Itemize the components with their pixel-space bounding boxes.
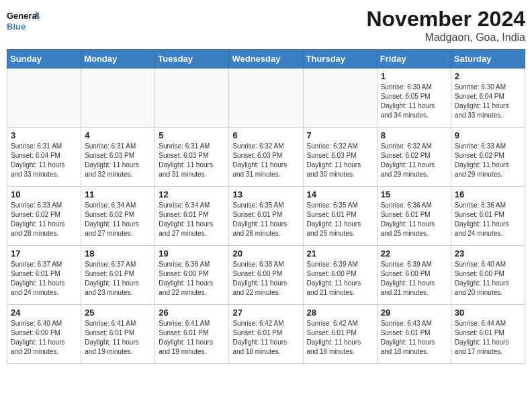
day-info: Sunrise: 6:41 AM Sunset: 6:01 PM Dayligh… xyxy=(85,319,151,357)
day-number: 25 xyxy=(85,308,151,318)
day-number: 29 xyxy=(381,308,447,318)
day-number: 20 xyxy=(232,248,299,259)
day-number: 3 xyxy=(11,130,77,140)
day-number: 14 xyxy=(307,189,373,199)
weekday-header: Monday xyxy=(81,50,155,68)
day-info: Sunrise: 6:37 AM Sunset: 6:01 PM Dayligh… xyxy=(11,260,77,298)
day-info: Sunrise: 6:39 AM Sunset: 6:00 PM Dayligh… xyxy=(307,260,373,298)
calendar-day: 15Sunrise: 6:36 AM Sunset: 6:01 PM Dayli… xyxy=(377,187,451,246)
day-info: Sunrise: 6:34 AM Sunset: 6:01 PM Dayligh… xyxy=(159,201,225,238)
day-number: 27 xyxy=(232,308,299,318)
calendar-day: 22Sunrise: 6:39 AM Sunset: 6:00 PM Dayli… xyxy=(377,246,451,305)
day-number: 1 xyxy=(381,71,447,81)
calendar-table: SundayMondayTuesdayWednesdayThursdayFrid… xyxy=(7,49,525,364)
day-number: 24 xyxy=(11,308,77,318)
logo: General Blue xyxy=(7,7,40,36)
calendar-day: 23Sunrise: 6:40 AM Sunset: 6:00 PM Dayli… xyxy=(451,246,525,305)
day-number: 9 xyxy=(455,130,521,140)
calendar-day: 29Sunrise: 6:43 AM Sunset: 6:01 PM Dayli… xyxy=(377,305,451,364)
day-info: Sunrise: 6:41 AM Sunset: 6:01 PM Dayligh… xyxy=(159,319,225,357)
calendar-day xyxy=(155,68,229,128)
day-info: Sunrise: 6:30 AM Sunset: 6:04 PM Dayligh… xyxy=(455,83,521,120)
calendar-day: 10Sunrise: 6:33 AM Sunset: 6:02 PM Dayli… xyxy=(7,187,81,246)
day-info: Sunrise: 6:39 AM Sunset: 6:00 PM Dayligh… xyxy=(381,260,447,298)
weekday-header: Sunday xyxy=(7,50,81,68)
day-info: Sunrise: 6:31 AM Sunset: 6:03 PM Dayligh… xyxy=(159,142,225,179)
calendar-day: 17Sunrise: 6:37 AM Sunset: 6:01 PM Dayli… xyxy=(7,246,81,305)
weekday-header-row: SundayMondayTuesdayWednesdayThursdayFrid… xyxy=(7,50,525,68)
day-info: Sunrise: 6:32 AM Sunset: 6:03 PM Dayligh… xyxy=(232,142,299,179)
calendar-day: 24Sunrise: 6:40 AM Sunset: 6:00 PM Dayli… xyxy=(7,305,81,364)
calendar-day: 26Sunrise: 6:41 AM Sunset: 6:01 PM Dayli… xyxy=(155,305,229,364)
weekday-header: Thursday xyxy=(303,50,377,68)
day-number: 12 xyxy=(159,189,225,199)
day-number: 17 xyxy=(11,248,77,259)
calendar-day: 11Sunrise: 6:34 AM Sunset: 6:02 PM Dayli… xyxy=(81,187,155,246)
day-number: 11 xyxy=(85,189,151,199)
day-info: Sunrise: 6:35 AM Sunset: 6:01 PM Dayligh… xyxy=(232,201,299,238)
day-info: Sunrise: 6:40 AM Sunset: 6:00 PM Dayligh… xyxy=(455,260,521,298)
day-number: 15 xyxy=(381,189,447,199)
calendar-week-row: 10Sunrise: 6:33 AM Sunset: 6:02 PM Dayli… xyxy=(7,187,525,246)
calendar-day: 28Sunrise: 6:42 AM Sunset: 6:01 PM Dayli… xyxy=(303,305,377,364)
day-info: Sunrise: 6:38 AM Sunset: 6:00 PM Dayligh… xyxy=(159,260,225,298)
day-number: 26 xyxy=(159,308,225,318)
calendar-day xyxy=(7,68,81,128)
calendar-day: 1Sunrise: 6:30 AM Sunset: 6:05 PM Daylig… xyxy=(377,68,451,128)
day-number: 4 xyxy=(85,130,151,140)
day-info: Sunrise: 6:36 AM Sunset: 6:01 PM Dayligh… xyxy=(455,201,521,238)
day-info: Sunrise: 6:37 AM Sunset: 6:01 PM Dayligh… xyxy=(85,260,151,298)
day-info: Sunrise: 6:31 AM Sunset: 6:04 PM Dayligh… xyxy=(11,142,77,179)
day-info: Sunrise: 6:32 AM Sunset: 6:03 PM Dayligh… xyxy=(307,142,373,179)
svg-text:General: General xyxy=(7,11,39,21)
calendar-week-row: 1Sunrise: 6:30 AM Sunset: 6:05 PM Daylig… xyxy=(7,68,525,128)
calendar-week-row: 24Sunrise: 6:40 AM Sunset: 6:00 PM Dayli… xyxy=(7,305,525,364)
day-number: 21 xyxy=(307,248,373,259)
calendar-day: 14Sunrise: 6:35 AM Sunset: 6:01 PM Dayli… xyxy=(303,187,377,246)
calendar-day: 4Sunrise: 6:31 AM Sunset: 6:03 PM Daylig… xyxy=(81,128,155,187)
day-number: 18 xyxy=(85,248,151,259)
day-number: 5 xyxy=(159,130,225,140)
calendar-day: 6Sunrise: 6:32 AM Sunset: 6:03 PM Daylig… xyxy=(229,128,303,187)
calendar-day: 3Sunrise: 6:31 AM Sunset: 6:04 PM Daylig… xyxy=(7,128,81,187)
day-info: Sunrise: 6:31 AM Sunset: 6:03 PM Dayligh… xyxy=(85,142,151,179)
title-block: November 2024 Madgaon, Goa, India xyxy=(366,7,525,44)
day-info: Sunrise: 6:36 AM Sunset: 6:01 PM Dayligh… xyxy=(381,201,447,238)
day-number: 30 xyxy=(455,308,521,318)
day-info: Sunrise: 6:32 AM Sunset: 6:02 PM Dayligh… xyxy=(381,142,447,179)
calendar-day: 20Sunrise: 6:38 AM Sunset: 6:00 PM Dayli… xyxy=(229,246,303,305)
calendar-day xyxy=(229,68,303,128)
calendar-day: 30Sunrise: 6:44 AM Sunset: 6:01 PM Dayli… xyxy=(451,305,525,364)
day-number: 19 xyxy=(159,248,225,259)
calendar-day xyxy=(81,68,155,128)
day-number: 28 xyxy=(307,308,373,318)
day-info: Sunrise: 6:42 AM Sunset: 6:01 PM Dayligh… xyxy=(307,319,373,357)
calendar-week-row: 17Sunrise: 6:37 AM Sunset: 6:01 PM Dayli… xyxy=(7,246,525,305)
calendar-day: 18Sunrise: 6:37 AM Sunset: 6:01 PM Dayli… xyxy=(81,246,155,305)
day-number: 13 xyxy=(232,189,299,199)
calendar-day: 8Sunrise: 6:32 AM Sunset: 6:02 PM Daylig… xyxy=(377,128,451,187)
day-number: 16 xyxy=(455,189,521,199)
day-info: Sunrise: 6:40 AM Sunset: 6:00 PM Dayligh… xyxy=(11,319,77,357)
day-number: 7 xyxy=(307,130,373,140)
calendar-day: 7Sunrise: 6:32 AM Sunset: 6:03 PM Daylig… xyxy=(303,128,377,187)
day-number: 10 xyxy=(11,189,77,199)
day-info: Sunrise: 6:43 AM Sunset: 6:01 PM Dayligh… xyxy=(381,319,447,357)
calendar-day: 25Sunrise: 6:41 AM Sunset: 6:01 PM Dayli… xyxy=(81,305,155,364)
day-info: Sunrise: 6:30 AM Sunset: 6:05 PM Dayligh… xyxy=(381,83,447,120)
svg-text:Blue: Blue xyxy=(7,21,26,32)
day-number: 23 xyxy=(455,248,521,259)
calendar-week-row: 3Sunrise: 6:31 AM Sunset: 6:04 PM Daylig… xyxy=(7,128,525,187)
weekday-header: Friday xyxy=(377,50,451,68)
calendar-day: 5Sunrise: 6:31 AM Sunset: 6:03 PM Daylig… xyxy=(155,128,229,187)
day-info: Sunrise: 6:44 AM Sunset: 6:01 PM Dayligh… xyxy=(455,319,521,357)
day-number: 2 xyxy=(455,71,521,81)
weekday-header: Tuesday xyxy=(155,50,229,68)
day-number: 8 xyxy=(381,130,447,140)
day-info: Sunrise: 6:35 AM Sunset: 6:01 PM Dayligh… xyxy=(307,201,373,238)
day-info: Sunrise: 6:34 AM Sunset: 6:02 PM Dayligh… xyxy=(85,201,151,238)
weekday-header: Wednesday xyxy=(229,50,303,68)
day-number: 22 xyxy=(381,248,447,259)
day-info: Sunrise: 6:33 AM Sunset: 6:02 PM Dayligh… xyxy=(11,201,77,238)
calendar-day: 27Sunrise: 6:42 AM Sunset: 6:01 PM Dayli… xyxy=(229,305,303,364)
